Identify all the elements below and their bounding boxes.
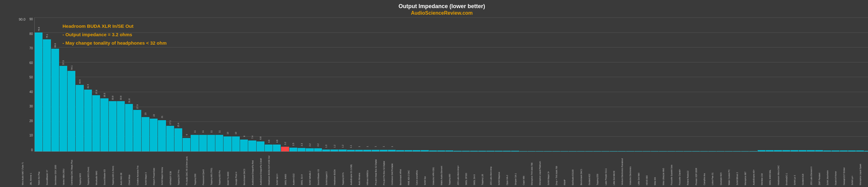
bar-group: ZMF Pendant <box>831 17 839 151</box>
bar-group: 37.6Topping MX3 <box>92 17 100 151</box>
bar-group: 41.5Cambridge DAC Magic Plus <box>84 17 92 151</box>
bar-group: Pioneer XDP-300R <box>708 17 716 151</box>
bar-x-label: Elekit TU-8400 <box>227 151 229 185</box>
bar-value-label: 11 <box>193 130 196 133</box>
bar-group: 1Pro-ject Head Box S2 Digital <box>388 17 396 151</box>
bar-x-label: Woo Audio WA7 (Tube 7) <box>22 151 24 185</box>
bar-value-label: 33.8 <box>112 96 114 100</box>
bar-group: 68.8Totem Kin Play <box>51 17 59 151</box>
bar-group: 75.1JBL Xtreme 1 <box>43 17 51 151</box>
bar-value-label: 2.2 <box>317 143 319 146</box>
bar-group: HDVD 800 <box>659 17 667 151</box>
bar-x-label: Questyle M15 <box>720 151 722 185</box>
bar-x-label: Pro-ject Head Box S2 Digital <box>375 151 377 185</box>
bar-value-label: 75.1 <box>45 34 48 38</box>
bar-group: 1.2Schiit Asgard 3 <box>339 17 346 151</box>
bar-value-label: 4.6 <box>268 140 270 143</box>
bar-x-label: Singxer SA-1 <box>515 151 517 185</box>
bar-group: 54.1Sennheiser GSX 1000 <box>67 17 75 151</box>
bar-group: 22Creative Aurvana Trio <box>150 17 158 151</box>
bar-x-label: Cambridge DAC Magic Plus <box>71 151 73 185</box>
bar: 22 <box>150 119 158 151</box>
bar-x-label: Topping DX7s <box>342 151 344 185</box>
bar-group: Schiit Bifrost 2 <box>749 17 757 151</box>
bar-x-label: Schiit Jotunheim <box>827 151 829 185</box>
bar-group: Lotoo Paw S1 <box>725 17 733 151</box>
bar-value-label: 54.1 <box>70 65 72 70</box>
bar: 21 <box>158 120 166 151</box>
bar-x-label: Venture Electronics Runabout <box>621 151 623 185</box>
bar-x-label: Cayin N6ii <box>523 151 525 185</box>
bar: 10 <box>232 137 240 151</box>
bar-group: Water Cooled PC <box>741 17 749 151</box>
bar <box>864 151 868 151</box>
bar-value-label: 10 <box>235 132 237 135</box>
bar-group: 1.1Headroom BUDA <box>347 17 355 151</box>
y-label-60: 60 <box>19 61 33 65</box>
bar-group: Schiit Lyr 3 <box>807 17 814 151</box>
bar-group: 17.1Klipsch PowerGate <box>166 17 174 151</box>
bar: 15.4 <box>175 128 182 151</box>
bar-group: JDS Labs Atom Amp <box>503 17 511 151</box>
bar-x-label: Guard of Honor <box>835 151 837 185</box>
bar-group: AudioEngine A5+ <box>766 17 774 151</box>
bar-group: 10Topping A90 (TRS) <box>223 17 231 151</box>
bar-group: JDS Labs Element II <box>823 17 831 151</box>
bar-x-label: Campfire Ara <box>703 151 706 185</box>
bar-x-label: Gustard A18 <box>802 151 804 185</box>
bar-x-label: Schiit Magni Heresy <box>161 151 163 185</box>
bar-value-label: 4.6 <box>276 140 278 143</box>
bar-value-label: 31.8 <box>128 99 130 103</box>
bar: 27.9 <box>133 110 141 151</box>
bar-x-label: SMSL SP200 <box>465 151 467 185</box>
bar-group: 2.2Audient iD22 <box>306 17 313 151</box>
bar-x-label: Topping A30 Pro <box>218 151 221 185</box>
y-label-30: 30 <box>19 105 33 108</box>
bar-group: 1AudioEngine D1 (USB) <box>363 17 371 151</box>
bar-x-label: SoundBlaster X7 <box>46 151 48 185</box>
bar-x-label: HDVD 800 <box>646 151 648 185</box>
bar: 75.1 <box>43 39 51 151</box>
bar-x-label: Monoprice 887 <box>744 151 746 185</box>
bar: 68.8 <box>51 49 59 151</box>
bar-group: Cayin N6ii <box>536 17 544 151</box>
bar-value-label: 23 <box>145 113 147 115</box>
bar-group: 1.2Sound Blaster X3 <box>330 17 338 151</box>
bar-value-label: 2.3 <box>300 143 303 146</box>
bar: 37.6 <box>92 95 100 151</box>
bar: 9 <box>183 138 190 151</box>
bar-group: Roland Rubix22 <box>700 17 708 151</box>
bar: 33.8 <box>117 101 125 151</box>
bar-x-label: Audient iD22 <box>292 151 295 185</box>
bar-group: 2.2SMSL SU-9 <box>314 17 322 151</box>
bar-group: Schiit Magnius <box>511 17 519 151</box>
bar-group: 15.4Schiit Magni Heresy <box>175 17 182 151</box>
chart-subtitle: AudioScienceReview.com <box>19 10 865 16</box>
bar-value-label: 7.4 <box>251 136 253 139</box>
bar-group: 4.6AudioQuest DragonFly Cobalt <box>273 17 281 151</box>
bar-group: Topping L30 <box>495 17 503 151</box>
bar-value-label: 11 <box>202 130 204 133</box>
bar-group: Violectric Electronics <box>643 17 650 151</box>
bar-group: Focusrite Clarett+ <box>692 17 700 151</box>
bar-group: 7.4Google Pixel 4 <box>248 17 256 151</box>
bar: 54.1 <box>67 71 75 151</box>
bar-group: EarStudio ES100 <box>585 17 593 151</box>
bar-x-label: Monoprice THX AAA 788 <box>531 151 533 185</box>
bar: 11 <box>199 135 207 151</box>
bar-x-label: Violectric Electronics <box>629 151 631 185</box>
bar-value-label: 22 <box>153 114 155 116</box>
bar-x-label: Auris HA2-SE <box>120 151 122 185</box>
bar-value-label: 1 <box>391 146 393 147</box>
bar-group: 57.3SoundBlaster X7 <box>59 17 67 151</box>
bar-group: Meridian 218 <box>774 17 782 151</box>
bar-group: Motu M4 <box>667 17 675 151</box>
bar-x-label: JDS Labs Atom Amp <box>490 151 492 185</box>
bar-x-label: Schiit Magni 3 <box>145 151 147 185</box>
bar-x-label: Benchmark DAC3 <box>243 151 245 185</box>
bar-x-label: Roland Rubix22 <box>687 151 689 185</box>
bar-x-label: WooAudio WA3 <box>95 151 97 185</box>
bar-group: 10Topping A30 Pro <box>232 17 240 151</box>
bar-x-label: Topping L30 <box>482 151 484 185</box>
bar-value-label: 1.3 <box>325 145 327 148</box>
